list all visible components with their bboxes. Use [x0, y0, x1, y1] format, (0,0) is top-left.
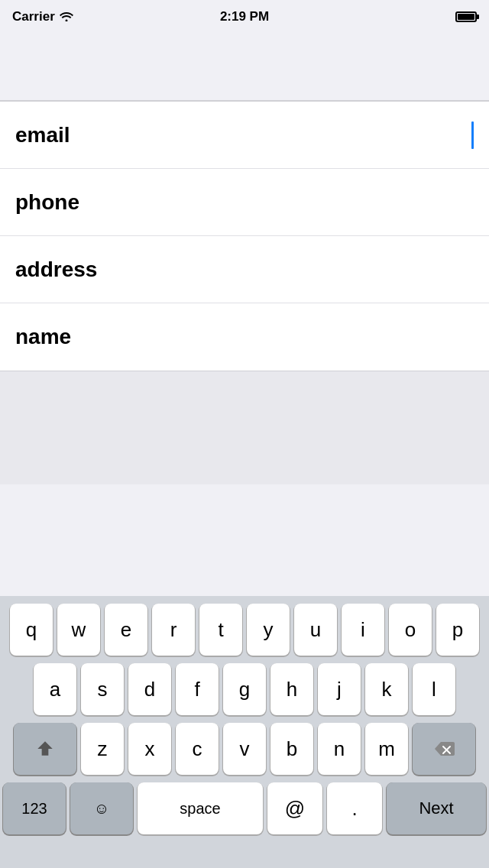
list-item-name[interactable]: name [0, 303, 489, 371]
space-key-label: space [180, 800, 220, 818]
period-key-label: . [351, 797, 357, 821]
emoji-key-label: ☺ [94, 800, 109, 818]
list-item-address[interactable]: address [0, 236, 489, 303]
key-c[interactable]: c [176, 723, 219, 775]
space-key[interactable]: space [138, 782, 263, 834]
list-item-address-label: address [15, 257, 97, 282]
key-p[interactable]: p [436, 604, 479, 656]
list-item-name-label: name [15, 325, 71, 349]
period-key[interactable]: . [327, 782, 382, 834]
key-t[interactable]: t [199, 604, 242, 656]
key-d[interactable]: d [128, 663, 171, 715]
list-container: email phone address name [0, 101, 489, 371]
numbers-key[interactable]: 123 [3, 782, 66, 834]
text-cursor [471, 121, 474, 149]
numbers-key-label: 123 [21, 800, 47, 818]
key-z[interactable]: z [81, 723, 124, 775]
status-right [455, 11, 477, 22]
key-q[interactable]: q [10, 604, 53, 656]
key-y[interactable]: y [247, 604, 290, 656]
key-o[interactable]: o [389, 604, 432, 656]
keyboard-bottom-bar [0, 842, 489, 868]
key-e[interactable]: e [105, 604, 147, 656]
keyboard-row-1: q w e r t y u i o p [0, 604, 489, 656]
wifi-icon [60, 11, 73, 24]
status-left: Carrier [12, 9, 73, 24]
keyboard-row-4: 123 ☺ space @ . Next [0, 782, 489, 834]
key-k[interactable]: k [365, 663, 408, 715]
delete-key[interactable] [413, 723, 475, 775]
keyboard-row-3: z x c v b n m [0, 723, 489, 775]
key-l[interactable]: l [413, 663, 455, 715]
empty-space [0, 371, 489, 484]
key-x[interactable]: x [128, 723, 171, 775]
key-v[interactable]: v [223, 723, 266, 775]
shift-key[interactable] [14, 723, 76, 775]
key-a[interactable]: a [34, 663, 76, 715]
list-item-email[interactable]: email [0, 102, 489, 169]
key-h[interactable]: h [270, 663, 313, 715]
at-key-label: @ [285, 797, 305, 821]
key-j[interactable]: j [318, 663, 361, 715]
status-time: 2:19 PM [220, 9, 269, 24]
key-m[interactable]: m [365, 723, 408, 775]
key-u[interactable]: u [294, 604, 337, 656]
key-w[interactable]: w [57, 604, 100, 656]
keyboard: q w e r t y u i o p a s d f g h j k l z … [0, 596, 489, 868]
key-f[interactable]: f [176, 663, 219, 715]
status-bar: Carrier 2:19 PM [0, 0, 489, 34]
key-i[interactable]: i [342, 604, 384, 656]
key-s[interactable]: s [81, 663, 124, 715]
key-b[interactable]: b [270, 723, 313, 775]
battery-icon [455, 11, 477, 22]
key-g[interactable]: g [223, 663, 266, 715]
at-key[interactable]: @ [267, 782, 322, 834]
key-r[interactable]: r [152, 604, 195, 656]
emoji-key[interactable]: ☺ [70, 782, 133, 834]
key-n[interactable]: n [318, 723, 361, 775]
keyboard-row-2: a s d f g h j k l [0, 663, 489, 715]
list-item-phone-label: phone [15, 190, 79, 215]
list-item-email-label: email [15, 123, 70, 147]
list-item-phone[interactable]: phone [0, 169, 489, 236]
next-key[interactable]: Next [387, 782, 486, 834]
nav-bar [0, 34, 489, 101]
next-key-label: Next [419, 798, 453, 818]
carrier-label: Carrier [12, 9, 55, 24]
